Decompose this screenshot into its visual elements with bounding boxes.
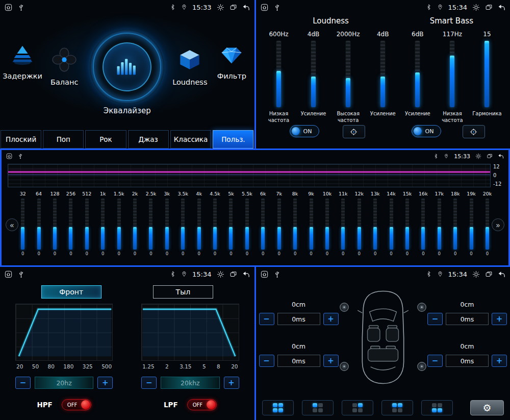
- smart-bass-reset-button[interactable]: [463, 125, 485, 138]
- lpf-off-toggle[interactable]: OFF: [187, 399, 217, 410]
- slider-track[interactable]: [484, 41, 489, 107]
- band-slider[interactable]: [373, 199, 377, 250]
- listening-position-button[interactable]: [262, 400, 294, 415]
- preset-tab[interactable]: Плоский: [1, 130, 41, 149]
- listening-position-button[interactable]: [421, 400, 453, 415]
- band-slider[interactable]: [453, 199, 457, 250]
- recents-icon[interactable]: [230, 4, 237, 11]
- back-icon[interactable]: [242, 4, 250, 11]
- back-icon[interactable]: [498, 270, 505, 278]
- slider-track[interactable]: [415, 41, 420, 107]
- brightness-icon[interactable]: [475, 153, 481, 159]
- band-slider[interactable]: [117, 199, 121, 250]
- band-slider[interactable]: [165, 199, 169, 250]
- menu-item-filter[interactable]: Фильтр: [211, 42, 252, 80]
- band-slider[interactable]: [101, 199, 105, 250]
- band-slider[interactable]: [37, 199, 41, 250]
- preset-tab[interactable]: Польз.: [213, 130, 253, 149]
- listening-position-button[interactable]: [381, 400, 413, 415]
- band-slider[interactable]: [310, 199, 313, 250]
- band-slider[interactable]: [229, 199, 233, 250]
- preset-tab[interactable]: Классика: [170, 130, 212, 149]
- recents-icon[interactable]: [487, 153, 493, 159]
- hpf-off-toggle[interactable]: OFF: [62, 399, 91, 410]
- band-slider[interactable]: [405, 199, 409, 250]
- hpf-decrease-button[interactable]: [15, 377, 31, 389]
- brightness-icon[interactable]: [217, 4, 224, 11]
- decrease-delay-button[interactable]: [427, 313, 443, 325]
- band-slider[interactable]: [390, 199, 393, 250]
- preset-tab[interactable]: Джаз: [128, 130, 169, 149]
- brightness-icon[interactable]: [472, 270, 480, 278]
- band-slider[interactable]: [438, 199, 441, 250]
- hpf-frequency-track[interactable]: 20hz: [35, 377, 93, 389]
- band-slider[interactable]: [341, 199, 345, 250]
- band-slider[interactable]: [277, 199, 281, 250]
- next-page-button[interactable]: [492, 218, 504, 231]
- tab-rear[interactable]: Тыл: [153, 285, 213, 299]
- band-slider[interactable]: [213, 199, 217, 250]
- band-slider[interactable]: [149, 199, 152, 250]
- home-icon[interactable]: [5, 270, 12, 278]
- lpf-frequency-track[interactable]: 20khz: [161, 377, 219, 389]
- home-icon[interactable]: [261, 4, 268, 11]
- lpf-decrease-button[interactable]: [141, 377, 157, 389]
- tab-front[interactable]: Фронт: [41, 285, 101, 299]
- recents-icon[interactable]: [485, 4, 493, 11]
- band-slider[interactable]: [261, 199, 265, 250]
- back-icon[interactable]: [498, 4, 505, 11]
- hpf-increase-button[interactable]: [97, 377, 113, 389]
- band-slider[interactable]: [21, 199, 24, 250]
- increase-delay-button[interactable]: [323, 313, 339, 325]
- usb-icon: [273, 4, 281, 11]
- loudness-reset-button[interactable]: [343, 125, 365, 138]
- listening-position-button[interactable]: [302, 400, 334, 415]
- menu-item-equalizer[interactable]: Эквалайзер: [86, 30, 168, 115]
- home-icon[interactable]: [261, 270, 268, 278]
- slider-track[interactable]: [346, 41, 350, 107]
- loudness-on-toggle[interactable]: ON: [290, 125, 319, 137]
- decrease-delay-button[interactable]: [427, 355, 443, 367]
- home-icon[interactable]: [6, 153, 12, 159]
- menu-item-loudness[interactable]: Loudness: [168, 46, 211, 86]
- back-icon[interactable]: [498, 153, 504, 159]
- slider-track[interactable]: [450, 41, 454, 107]
- slider-track[interactable]: [311, 41, 316, 107]
- listening-position-button[interactable]: [342, 400, 373, 415]
- settings-button[interactable]: ⚙: [470, 400, 504, 415]
- band-slider[interactable]: [293, 199, 297, 250]
- band-slider[interactable]: [421, 199, 425, 250]
- brightness-icon[interactable]: [217, 270, 224, 278]
- band-slider[interactable]: [325, 199, 329, 250]
- menu-item-delays[interactable]: Задержки: [2, 42, 43, 80]
- band-slider[interactable]: [197, 199, 201, 250]
- decrease-delay-button[interactable]: [259, 355, 274, 367]
- increase-delay-button[interactable]: [492, 313, 507, 325]
- band-slider[interactable]: [358, 199, 361, 250]
- band-slider[interactable]: [85, 199, 89, 250]
- preset-tab[interactable]: Рок: [85, 130, 126, 149]
- slider-track[interactable]: [276, 41, 281, 107]
- brightness-icon[interactable]: [472, 4, 480, 11]
- smart-bass-on-toggle[interactable]: ON: [412, 125, 441, 137]
- back-icon[interactable]: [242, 270, 250, 278]
- recents-icon[interactable]: [230, 270, 237, 278]
- prev-page-button[interactable]: [6, 218, 18, 231]
- preset-tab[interactable]: Поп: [43, 130, 84, 149]
- band-slider[interactable]: [69, 199, 72, 250]
- home-icon[interactable]: [5, 4, 12, 11]
- band-slider[interactable]: [245, 199, 249, 250]
- panel-delays: 15:34 0cm0ms 0cm0ms: [254, 267, 510, 420]
- decrease-delay-button[interactable]: [259, 313, 274, 325]
- lpf-increase-button[interactable]: [224, 377, 239, 389]
- slider-track[interactable]: [380, 41, 385, 107]
- increase-delay-button[interactable]: [492, 355, 507, 367]
- band-slider[interactable]: [133, 199, 137, 250]
- recents-icon[interactable]: [485, 270, 493, 278]
- band-slider[interactable]: [181, 199, 185, 250]
- band-slider[interactable]: [53, 199, 57, 250]
- band-slider[interactable]: [470, 199, 473, 250]
- increase-delay-button[interactable]: [323, 355, 339, 367]
- band-slider[interactable]: [486, 199, 489, 250]
- menu-item-balance[interactable]: Баланс: [43, 46, 86, 86]
